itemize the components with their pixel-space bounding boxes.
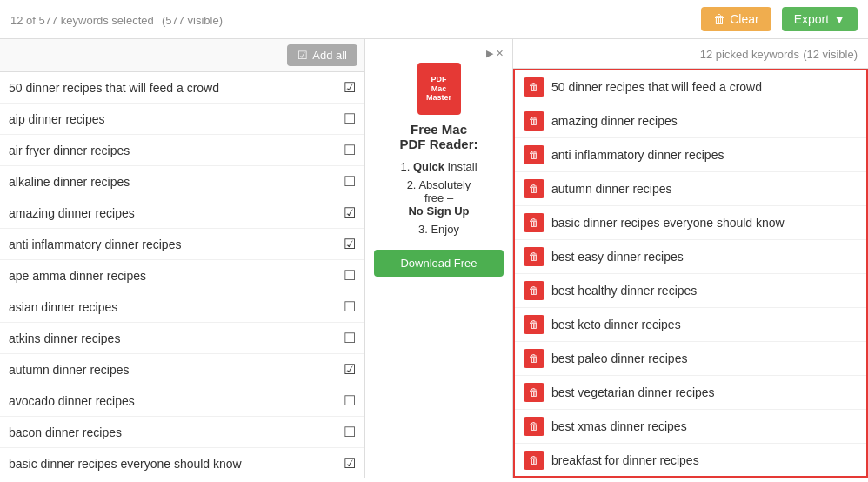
picked-keyword-text: amazing dinner recipes (551, 114, 678, 128)
checkbox-unchecked-icon[interactable]: ☐ (344, 110, 356, 127)
checkbox-unchecked-icon[interactable]: ☐ (344, 173, 356, 190)
ad-step-1: 1. Quick Install (400, 160, 477, 173)
selected-count-text: 12 of 577 keywords selected (10, 14, 154, 27)
picked-list-item: 🗑autumn dinner recipes (515, 172, 866, 206)
pdf-icon: PDFMacMaster (417, 63, 461, 115)
keyword-text: air fryer dinner recipes (9, 144, 130, 157)
remove-keyword-button[interactable]: 🗑 (524, 417, 544, 436)
keyword-list-item[interactable]: bacon dinner recipes☐ (0, 417, 364, 448)
keyword-list-item[interactable]: aip dinner recipes☐ (0, 104, 364, 135)
left-panel: ☑ Add all 50 dinner recipes that will fe… (0, 39, 365, 478)
picked-keyword-text: best easy dinner recipes (551, 250, 684, 264)
keyword-list: 50 dinner recipes that will feed a crowd… (0, 72, 364, 478)
picked-list-item: 🗑best easy dinner recipes (515, 240, 866, 274)
checkbox-checked-icon[interactable]: ☑ (344, 204, 356, 221)
ad-title: Free MacPDF Reader: (399, 122, 477, 151)
checkbox-checked-icon[interactable]: ☑ (344, 79, 356, 96)
top-bar: 12 of 577 keywords selected (577 visible… (0, 0, 868, 39)
keyword-text: avocado dinner recipes (9, 394, 135, 408)
keyword-list-item[interactable]: 50 dinner recipes that will feed a crowd… (0, 72, 364, 104)
remove-keyword-button[interactable]: 🗑 (524, 77, 544, 97)
picked-list-item: 🗑breakfast for dinner recipes (515, 444, 866, 478)
keyword-list-item[interactable]: amazing dinner recipes☑ (0, 197, 364, 229)
keyword-list-item[interactable]: alkaline dinner recipes☐ (0, 166, 364, 197)
keyword-list-item[interactable]: air fryer dinner recipes☐ (0, 135, 364, 166)
clear-label: Clear (730, 12, 758, 26)
keyword-list-item[interactable]: autumn dinner recipes☑ (0, 354, 364, 385)
keyword-list-item[interactable]: asian dinner recipes☐ (0, 291, 364, 323)
keyword-text: 50 dinner recipes that will feed a crowd (9, 81, 219, 95)
chevron-down-icon: ▼ (833, 12, 845, 26)
picked-list-item: 🗑basic dinner recipes everyone should kn… (515, 206, 866, 240)
ad-step-3: 3. Enjoy (418, 223, 459, 236)
right-panel: 12 picked keywords (12 visible) 🗑50 dinn… (513, 39, 868, 478)
picked-list-item: 🗑best vegetarian dinner recipes (515, 376, 866, 410)
picked-keyword-text: anti inflammatory dinner recipes (551, 148, 724, 162)
main-layout: ☑ Add all 50 dinner recipes that will fe… (0, 39, 868, 478)
add-all-bar: ☑ Add all (0, 39, 364, 72)
clear-button[interactable]: 🗑 Clear (701, 7, 771, 31)
keyword-list-item[interactable]: basic dinner recipes everyone should kno… (0, 448, 364, 478)
picked-keyword-text: best paleo dinner recipes (551, 351, 687, 365)
ad-cta-button[interactable]: Download Free (374, 250, 504, 277)
picked-list-item: 🗑amazing dinner recipes (515, 104, 866, 138)
export-label: Export (794, 12, 829, 26)
picked-list-item: 🗑best keto dinner recipes (515, 308, 866, 342)
ad-close[interactable]: ▶ ✕ (486, 48, 504, 59)
picked-keyword-text: best xmas dinner recipes (551, 419, 687, 433)
picked-keyword-text: best vegetarian dinner recipes (551, 385, 715, 399)
remove-keyword-button[interactable]: 🗑 (524, 315, 544, 334)
checkbox-unchecked-icon[interactable]: ☐ (344, 330, 356, 346)
picked-list-item: 🗑best healthy dinner recipes (515, 274, 866, 308)
picked-keyword-text: best healthy dinner recipes (551, 284, 697, 298)
picked-list: 🗑50 dinner recipes that will feed a crow… (513, 69, 868, 478)
selected-count: 12 of 577 keywords selected (577 visible… (10, 12, 223, 27)
add-all-button[interactable]: ☑ Add all (287, 44, 357, 66)
checkbox-unchecked-icon[interactable]: ☐ (344, 392, 356, 409)
keyword-text: ape amma dinner recipes (9, 269, 146, 283)
picked-list-item: 🗑50 dinner recipes that will feed a crow… (515, 70, 866, 104)
checkbox-unchecked-icon[interactable]: ☐ (344, 298, 356, 315)
picked-list-item: 🗑best xmas dinner recipes (515, 410, 866, 444)
checkbox-unchecked-icon[interactable]: ☐ (344, 424, 356, 440)
picked-list-item: 🗑anti inflammatory dinner recipes (515, 138, 866, 172)
keyword-list-item[interactable]: atkins dinner recipes☐ (0, 323, 364, 354)
remove-keyword-button[interactable]: 🗑 (524, 451, 544, 470)
trash-icon: 🗑 (713, 12, 725, 26)
checkbox-checked-icon[interactable]: ☑ (344, 455, 356, 472)
keyword-text: bacon dinner recipes (9, 425, 122, 439)
keyword-text: atkins dinner recipes (9, 331, 120, 345)
keyword-list-item[interactable]: anti inflammatory dinner recipes☑ (0, 229, 364, 260)
picked-keyword-text: 50 dinner recipes that will feed a crowd (551, 80, 762, 94)
right-panel-header: 12 picked keywords (12 visible) (513, 39, 868, 69)
picked-keyword-text: autumn dinner recipes (551, 182, 672, 196)
picked-keyword-text: best keto dinner recipes (551, 318, 681, 331)
keyword-text: basic dinner recipes everyone should kno… (9, 457, 242, 471)
checkbox-checked-icon[interactable]: ☑ (344, 361, 356, 378)
keyword-list-item[interactable]: ape amma dinner recipes☐ (0, 260, 364, 291)
checkbox-unchecked-icon[interactable]: ☐ (344, 142, 356, 158)
add-all-label: Add all (312, 49, 347, 62)
remove-keyword-button[interactable]: 🗑 (524, 145, 544, 164)
edit-icon: ☑ (297, 49, 308, 62)
remove-keyword-button[interactable]: 🗑 (524, 383, 544, 402)
keyword-text: anti inflammatory dinner recipes (9, 238, 181, 251)
keyword-text: alkaline dinner recipes (9, 175, 130, 189)
export-button[interactable]: Export ▼ (782, 7, 858, 31)
remove-keyword-button[interactable]: 🗑 (524, 111, 544, 131)
remove-keyword-button[interactable]: 🗑 (524, 349, 544, 368)
remove-keyword-button[interactable]: 🗑 (524, 179, 544, 198)
picked-keyword-text: basic dinner recipes everyone should kno… (551, 216, 785, 230)
remove-keyword-button[interactable]: 🗑 (524, 281, 544, 300)
picked-list-item: 🗑best paleo dinner recipes (515, 342, 866, 376)
remove-keyword-button[interactable]: 🗑 (524, 247, 544, 266)
ad-step-2: 2. Absolutelyfree –No Sign Up (407, 178, 471, 218)
keyword-list-item[interactable]: avocado dinner recipes☐ (0, 385, 364, 417)
remove-keyword-button[interactable]: 🗑 (524, 213, 544, 232)
picked-count-note: (12 visible) (803, 48, 858, 61)
keyword-text: amazing dinner recipes (9, 206, 135, 220)
keyword-text: asian dinner recipes (9, 300, 117, 314)
checkbox-unchecked-icon[interactable]: ☐ (344, 267, 356, 284)
picked-count-text: 12 picked keywords (700, 48, 799, 61)
checkbox-checked-icon[interactable]: ☑ (344, 236, 356, 252)
